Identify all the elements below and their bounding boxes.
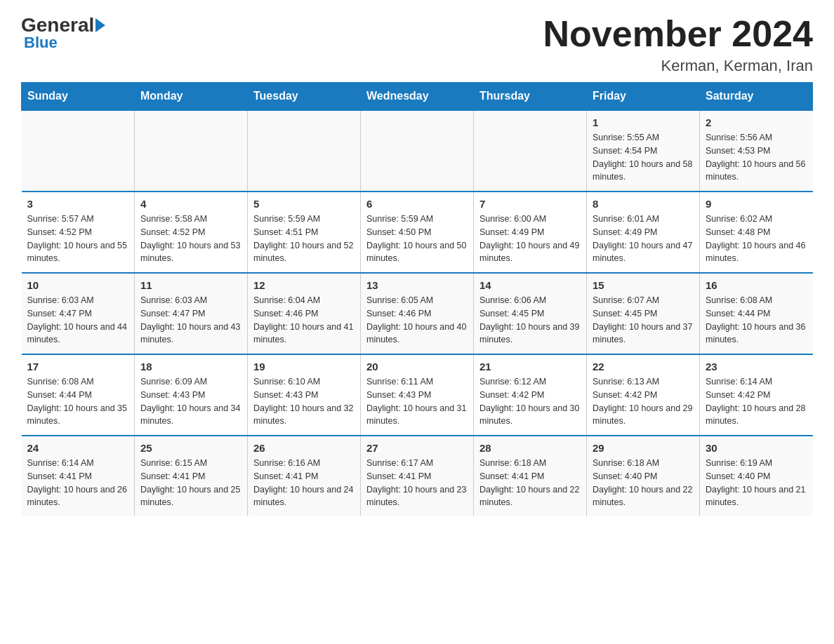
- calendar-day-19: 19Sunrise: 6:10 AMSunset: 4:43 PMDayligh…: [248, 354, 361, 436]
- day-info: Sunrise: 6:04 AMSunset: 4:46 PMDaylight:…: [253, 294, 355, 347]
- calendar-day-28: 28Sunrise: 6:18 AMSunset: 4:41 PMDayligh…: [474, 436, 587, 516]
- day-info: Sunrise: 6:12 AMSunset: 4:42 PMDaylight:…: [479, 375, 581, 428]
- calendar-empty-cell: [22, 110, 135, 192]
- calendar-empty-cell: [361, 110, 474, 192]
- calendar-empty-cell: [135, 110, 248, 192]
- calendar-day-23: 23Sunrise: 6:14 AMSunset: 4:42 PMDayligh…: [700, 354, 813, 436]
- calendar-day-14: 14Sunrise: 6:06 AMSunset: 4:45 PMDayligh…: [474, 273, 587, 354]
- calendar-day-4: 4Sunrise: 5:58 AMSunset: 4:52 PMDaylight…: [135, 192, 248, 273]
- logo: General Blue: [21, 14, 107, 52]
- day-info: Sunrise: 5:58 AMSunset: 4:52 PMDaylight:…: [140, 213, 241, 265]
- calendar-week-row: 1Sunrise: 5:55 AMSunset: 4:54 PMDaylight…: [22, 110, 813, 192]
- day-info: Sunrise: 5:56 AMSunset: 4:53 PMDaylight:…: [706, 131, 807, 184]
- calendar-day-27: 27Sunrise: 6:17 AMSunset: 4:41 PMDayligh…: [361, 436, 474, 516]
- calendar-day-2: 2Sunrise: 5:56 AMSunset: 4:53 PMDaylight…: [700, 110, 813, 192]
- day-info: Sunrise: 6:15 AMSunset: 4:41 PMDaylight:…: [140, 457, 241, 509]
- day-info: Sunrise: 6:06 AMSunset: 4:45 PMDaylight:…: [479, 294, 581, 347]
- calendar-day-24: 24Sunrise: 6:14 AMSunset: 4:41 PMDayligh…: [22, 436, 135, 516]
- day-info: Sunrise: 5:55 AMSunset: 4:54 PMDaylight:…: [593, 131, 694, 184]
- day-number: 7: [479, 198, 581, 210]
- day-number: 15: [593, 279, 694, 291]
- day-info: Sunrise: 5:59 AMSunset: 4:50 PMDaylight:…: [366, 213, 468, 265]
- day-number: 10: [27, 279, 129, 291]
- day-info: Sunrise: 6:00 AMSunset: 4:49 PMDaylight:…: [479, 213, 581, 265]
- day-number: 20: [366, 361, 468, 373]
- day-number: 21: [479, 361, 581, 373]
- day-info: Sunrise: 6:19 AMSunset: 4:40 PMDaylight:…: [706, 457, 807, 509]
- day-number: 23: [706, 361, 807, 373]
- day-info: Sunrise: 6:13 AMSunset: 4:42 PMDaylight:…: [593, 375, 694, 428]
- day-number: 18: [140, 361, 241, 373]
- weekday-header-monday: Monday: [135, 83, 248, 111]
- calendar-day-17: 17Sunrise: 6:08 AMSunset: 4:44 PMDayligh…: [22, 354, 135, 436]
- logo-triangle-icon: [95, 18, 105, 32]
- day-info: Sunrise: 6:14 AMSunset: 4:41 PMDaylight:…: [27, 457, 129, 509]
- day-info: Sunrise: 6:14 AMSunset: 4:42 PMDaylight:…: [706, 375, 807, 428]
- day-number: 8: [593, 198, 694, 210]
- day-info: Sunrise: 6:08 AMSunset: 4:44 PMDaylight:…: [27, 375, 129, 428]
- calendar-day-18: 18Sunrise: 6:09 AMSunset: 4:43 PMDayligh…: [135, 354, 248, 436]
- weekday-header-thursday: Thursday: [474, 83, 587, 111]
- day-number: 1: [593, 116, 694, 128]
- calendar-day-25: 25Sunrise: 6:15 AMSunset: 4:41 PMDayligh…: [135, 436, 248, 516]
- weekday-header-friday: Friday: [587, 83, 700, 111]
- calendar-week-row: 17Sunrise: 6:08 AMSunset: 4:44 PMDayligh…: [22, 354, 813, 436]
- calendar-empty-cell: [474, 110, 587, 192]
- day-info: Sunrise: 6:16 AMSunset: 4:41 PMDaylight:…: [253, 457, 355, 509]
- day-info: Sunrise: 6:18 AMSunset: 4:40 PMDaylight:…: [593, 457, 694, 509]
- calendar-empty-cell: [248, 110, 361, 192]
- day-info: Sunrise: 6:03 AMSunset: 4:47 PMDaylight:…: [27, 294, 129, 347]
- day-info: Sunrise: 6:01 AMSunset: 4:49 PMDaylight:…: [593, 213, 694, 265]
- calendar-day-20: 20Sunrise: 6:11 AMSunset: 4:43 PMDayligh…: [361, 354, 474, 436]
- calendar-day-7: 7Sunrise: 6:00 AMSunset: 4:49 PMDaylight…: [474, 192, 587, 273]
- day-number: 25: [140, 442, 241, 454]
- calendar-day-9: 9Sunrise: 6:02 AMSunset: 4:48 PMDaylight…: [700, 192, 813, 273]
- day-number: 24: [27, 442, 129, 454]
- calendar-day-11: 11Sunrise: 6:03 AMSunset: 4:47 PMDayligh…: [135, 273, 248, 354]
- day-info: Sunrise: 5:59 AMSunset: 4:51 PMDaylight:…: [253, 213, 355, 265]
- day-number: 11: [140, 279, 241, 291]
- day-info: Sunrise: 6:08 AMSunset: 4:44 PMDaylight:…: [706, 294, 807, 347]
- month-title: November 2024: [543, 14, 813, 54]
- day-number: 30: [706, 442, 807, 454]
- logo-blue-text: Blue: [24, 34, 58, 52]
- day-number: 29: [593, 442, 694, 454]
- weekday-header-wednesday: Wednesday: [361, 83, 474, 111]
- day-info: Sunrise: 6:09 AMSunset: 4:43 PMDaylight:…: [140, 375, 241, 428]
- calendar-day-21: 21Sunrise: 6:12 AMSunset: 4:42 PMDayligh…: [474, 354, 587, 436]
- day-number: 5: [253, 198, 355, 210]
- page-header: General Blue November 2024 Kerman, Kerma…: [21, 14, 813, 75]
- calendar-day-6: 6Sunrise: 5:59 AMSunset: 4:50 PMDaylight…: [361, 192, 474, 273]
- day-number: 22: [593, 361, 694, 373]
- weekday-header-tuesday: Tuesday: [248, 83, 361, 111]
- day-number: 12: [253, 279, 355, 291]
- weekday-header-sunday: Sunday: [22, 83, 135, 111]
- calendar-week-row: 10Sunrise: 6:03 AMSunset: 4:47 PMDayligh…: [22, 273, 813, 354]
- calendar-day-12: 12Sunrise: 6:04 AMSunset: 4:46 PMDayligh…: [248, 273, 361, 354]
- calendar-day-10: 10Sunrise: 6:03 AMSunset: 4:47 PMDayligh…: [22, 273, 135, 354]
- day-number: 6: [366, 198, 468, 210]
- calendar-day-3: 3Sunrise: 5:57 AMSunset: 4:52 PMDaylight…: [22, 192, 135, 273]
- day-info: Sunrise: 5:57 AMSunset: 4:52 PMDaylight:…: [27, 213, 129, 265]
- calendar-day-8: 8Sunrise: 6:01 AMSunset: 4:49 PMDaylight…: [587, 192, 700, 273]
- calendar-header-row: SundayMondayTuesdayWednesdayThursdayFrid…: [22, 83, 813, 111]
- day-number: 2: [706, 116, 807, 128]
- day-number: 16: [706, 279, 807, 291]
- day-info: Sunrise: 6:03 AMSunset: 4:47 PMDaylight:…: [140, 294, 241, 347]
- day-number: 3: [27, 198, 129, 210]
- calendar-day-30: 30Sunrise: 6:19 AMSunset: 4:40 PMDayligh…: [700, 436, 813, 516]
- calendar-day-26: 26Sunrise: 6:16 AMSunset: 4:41 PMDayligh…: [248, 436, 361, 516]
- day-number: 13: [366, 279, 468, 291]
- calendar-day-22: 22Sunrise: 6:13 AMSunset: 4:42 PMDayligh…: [587, 354, 700, 436]
- day-number: 14: [479, 279, 581, 291]
- day-number: 28: [479, 442, 581, 454]
- calendar-day-1: 1Sunrise: 5:55 AMSunset: 4:54 PMDaylight…: [587, 110, 700, 192]
- calendar-day-5: 5Sunrise: 5:59 AMSunset: 4:51 PMDaylight…: [248, 192, 361, 273]
- day-number: 4: [140, 198, 241, 210]
- day-number: 9: [706, 198, 807, 210]
- day-number: 17: [27, 361, 129, 373]
- day-info: Sunrise: 6:05 AMSunset: 4:46 PMDaylight:…: [366, 294, 468, 347]
- calendar-table: SundayMondayTuesdayWednesdayThursdayFrid…: [21, 82, 813, 516]
- day-info: Sunrise: 6:10 AMSunset: 4:43 PMDaylight:…: [253, 375, 355, 428]
- day-info: Sunrise: 6:02 AMSunset: 4:48 PMDaylight:…: [706, 213, 807, 265]
